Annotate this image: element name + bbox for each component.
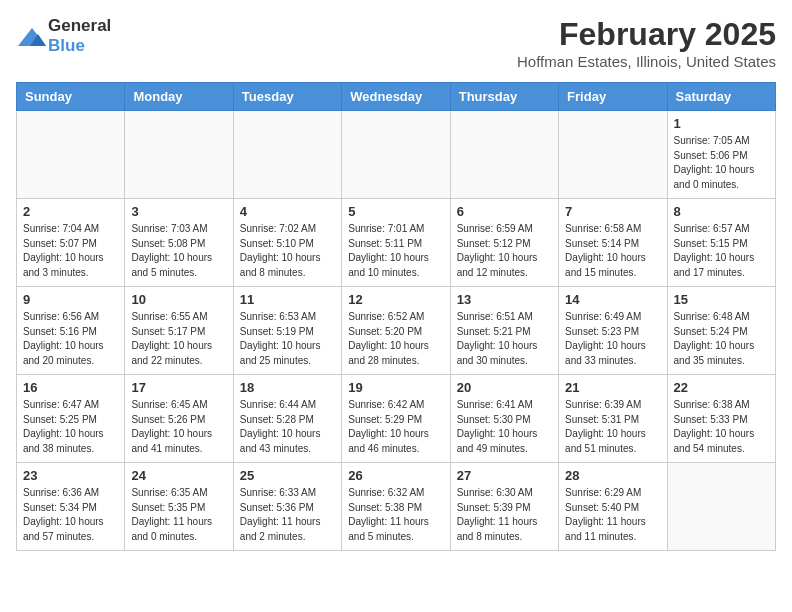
title-block: February 2025 Hoffman Estates, Illinois,… — [517, 16, 776, 70]
weekday-header-friday: Friday — [559, 83, 667, 111]
day-info: Sunrise: 6:57 AM Sunset: 5:15 PM Dayligh… — [674, 222, 769, 280]
week-row-1: 1Sunrise: 7:05 AM Sunset: 5:06 PM Daylig… — [17, 111, 776, 199]
day-number: 12 — [348, 292, 443, 307]
logo-icon — [16, 26, 44, 46]
day-info: Sunrise: 6:32 AM Sunset: 5:38 PM Dayligh… — [348, 486, 443, 544]
day-number: 16 — [23, 380, 118, 395]
day-info: Sunrise: 6:33 AM Sunset: 5:36 PM Dayligh… — [240, 486, 335, 544]
day-number: 6 — [457, 204, 552, 219]
day-info: Sunrise: 6:30 AM Sunset: 5:39 PM Dayligh… — [457, 486, 552, 544]
day-number: 19 — [348, 380, 443, 395]
day-info: Sunrise: 6:51 AM Sunset: 5:21 PM Dayligh… — [457, 310, 552, 368]
calendar-cell: 16Sunrise: 6:47 AM Sunset: 5:25 PM Dayli… — [17, 375, 125, 463]
calendar-cell: 15Sunrise: 6:48 AM Sunset: 5:24 PM Dayli… — [667, 287, 775, 375]
day-number: 21 — [565, 380, 660, 395]
day-number: 18 — [240, 380, 335, 395]
day-number: 8 — [674, 204, 769, 219]
day-info: Sunrise: 6:29 AM Sunset: 5:40 PM Dayligh… — [565, 486, 660, 544]
calendar-cell — [450, 111, 558, 199]
calendar-cell: 17Sunrise: 6:45 AM Sunset: 5:26 PM Dayli… — [125, 375, 233, 463]
calendar-cell: 8Sunrise: 6:57 AM Sunset: 5:15 PM Daylig… — [667, 199, 775, 287]
month-title: February 2025 — [517, 16, 776, 53]
day-info: Sunrise: 6:45 AM Sunset: 5:26 PM Dayligh… — [131, 398, 226, 456]
day-number: 22 — [674, 380, 769, 395]
weekday-header-row: SundayMondayTuesdayWednesdayThursdayFrid… — [17, 83, 776, 111]
day-info: Sunrise: 6:53 AM Sunset: 5:19 PM Dayligh… — [240, 310, 335, 368]
weekday-header-wednesday: Wednesday — [342, 83, 450, 111]
day-number: 11 — [240, 292, 335, 307]
calendar-table: SundayMondayTuesdayWednesdayThursdayFrid… — [16, 82, 776, 551]
day-info: Sunrise: 6:39 AM Sunset: 5:31 PM Dayligh… — [565, 398, 660, 456]
calendar-cell: 28Sunrise: 6:29 AM Sunset: 5:40 PM Dayli… — [559, 463, 667, 551]
calendar-cell: 10Sunrise: 6:55 AM Sunset: 5:17 PM Dayli… — [125, 287, 233, 375]
day-info: Sunrise: 6:59 AM Sunset: 5:12 PM Dayligh… — [457, 222, 552, 280]
page-header: General Blue February 2025 Hoffman Estat… — [16, 16, 776, 70]
calendar-cell: 3Sunrise: 7:03 AM Sunset: 5:08 PM Daylig… — [125, 199, 233, 287]
weekday-header-thursday: Thursday — [450, 83, 558, 111]
day-info: Sunrise: 7:02 AM Sunset: 5:10 PM Dayligh… — [240, 222, 335, 280]
location-title: Hoffman Estates, Illinois, United States — [517, 53, 776, 70]
day-number: 13 — [457, 292, 552, 307]
calendar-cell — [342, 111, 450, 199]
calendar-cell — [17, 111, 125, 199]
calendar-cell: 23Sunrise: 6:36 AM Sunset: 5:34 PM Dayli… — [17, 463, 125, 551]
day-number: 14 — [565, 292, 660, 307]
day-number: 27 — [457, 468, 552, 483]
logo-blue: Blue — [48, 36, 85, 55]
logo: General Blue — [16, 16, 111, 56]
week-row-4: 16Sunrise: 6:47 AM Sunset: 5:25 PM Dayli… — [17, 375, 776, 463]
day-number: 5 — [348, 204, 443, 219]
weekday-header-tuesday: Tuesday — [233, 83, 341, 111]
calendar-cell: 24Sunrise: 6:35 AM Sunset: 5:35 PM Dayli… — [125, 463, 233, 551]
day-number: 23 — [23, 468, 118, 483]
day-number: 4 — [240, 204, 335, 219]
calendar-cell: 5Sunrise: 7:01 AM Sunset: 5:11 PM Daylig… — [342, 199, 450, 287]
calendar-cell: 6Sunrise: 6:59 AM Sunset: 5:12 PM Daylig… — [450, 199, 558, 287]
day-number: 10 — [131, 292, 226, 307]
day-number: 26 — [348, 468, 443, 483]
calendar-cell: 13Sunrise: 6:51 AM Sunset: 5:21 PM Dayli… — [450, 287, 558, 375]
day-info: Sunrise: 7:01 AM Sunset: 5:11 PM Dayligh… — [348, 222, 443, 280]
day-info: Sunrise: 7:03 AM Sunset: 5:08 PM Dayligh… — [131, 222, 226, 280]
day-info: Sunrise: 6:41 AM Sunset: 5:30 PM Dayligh… — [457, 398, 552, 456]
day-info: Sunrise: 6:48 AM Sunset: 5:24 PM Dayligh… — [674, 310, 769, 368]
calendar-cell: 11Sunrise: 6:53 AM Sunset: 5:19 PM Dayli… — [233, 287, 341, 375]
day-info: Sunrise: 7:05 AM Sunset: 5:06 PM Dayligh… — [674, 134, 769, 192]
calendar-cell: 7Sunrise: 6:58 AM Sunset: 5:14 PM Daylig… — [559, 199, 667, 287]
day-number: 7 — [565, 204, 660, 219]
day-number: 20 — [457, 380, 552, 395]
calendar-cell: 19Sunrise: 6:42 AM Sunset: 5:29 PM Dayli… — [342, 375, 450, 463]
day-number: 25 — [240, 468, 335, 483]
calendar-cell: 12Sunrise: 6:52 AM Sunset: 5:20 PM Dayli… — [342, 287, 450, 375]
calendar-cell: 2Sunrise: 7:04 AM Sunset: 5:07 PM Daylig… — [17, 199, 125, 287]
day-info: Sunrise: 6:35 AM Sunset: 5:35 PM Dayligh… — [131, 486, 226, 544]
calendar-cell — [233, 111, 341, 199]
weekday-header-sunday: Sunday — [17, 83, 125, 111]
calendar-cell — [559, 111, 667, 199]
day-info: Sunrise: 7:04 AM Sunset: 5:07 PM Dayligh… — [23, 222, 118, 280]
calendar-cell: 18Sunrise: 6:44 AM Sunset: 5:28 PM Dayli… — [233, 375, 341, 463]
day-info: Sunrise: 6:36 AM Sunset: 5:34 PM Dayligh… — [23, 486, 118, 544]
day-number: 1 — [674, 116, 769, 131]
day-number: 9 — [23, 292, 118, 307]
logo-general: General — [48, 16, 111, 35]
day-info: Sunrise: 6:38 AM Sunset: 5:33 PM Dayligh… — [674, 398, 769, 456]
day-info: Sunrise: 6:49 AM Sunset: 5:23 PM Dayligh… — [565, 310, 660, 368]
week-row-5: 23Sunrise: 6:36 AM Sunset: 5:34 PM Dayli… — [17, 463, 776, 551]
day-info: Sunrise: 6:42 AM Sunset: 5:29 PM Dayligh… — [348, 398, 443, 456]
weekday-header-saturday: Saturday — [667, 83, 775, 111]
day-info: Sunrise: 6:56 AM Sunset: 5:16 PM Dayligh… — [23, 310, 118, 368]
calendar-cell: 26Sunrise: 6:32 AM Sunset: 5:38 PM Dayli… — [342, 463, 450, 551]
week-row-2: 2Sunrise: 7:04 AM Sunset: 5:07 PM Daylig… — [17, 199, 776, 287]
calendar-cell: 27Sunrise: 6:30 AM Sunset: 5:39 PM Dayli… — [450, 463, 558, 551]
day-info: Sunrise: 6:47 AM Sunset: 5:25 PM Dayligh… — [23, 398, 118, 456]
calendar-cell: 22Sunrise: 6:38 AM Sunset: 5:33 PM Dayli… — [667, 375, 775, 463]
day-number: 17 — [131, 380, 226, 395]
day-number: 2 — [23, 204, 118, 219]
day-number: 15 — [674, 292, 769, 307]
calendar-cell: 21Sunrise: 6:39 AM Sunset: 5:31 PM Dayli… — [559, 375, 667, 463]
weekday-header-monday: Monday — [125, 83, 233, 111]
day-info: Sunrise: 6:44 AM Sunset: 5:28 PM Dayligh… — [240, 398, 335, 456]
calendar-cell: 20Sunrise: 6:41 AM Sunset: 5:30 PM Dayli… — [450, 375, 558, 463]
day-number: 28 — [565, 468, 660, 483]
